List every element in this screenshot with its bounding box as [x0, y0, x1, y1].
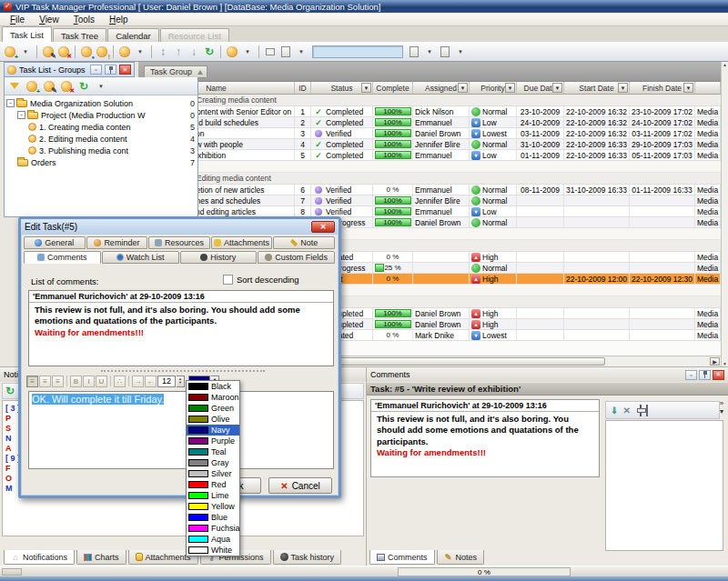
refresh-notifications-icon[interactable]: ↻: [5, 385, 15, 397]
color-option-white[interactable]: White: [187, 545, 239, 556]
groups-more-button[interactable]: ▼: [94, 78, 108, 95]
color-option-green[interactable]: Green: [187, 403, 239, 414]
color-option-navy[interactable]: Navy: [187, 425, 239, 436]
add-group-button[interactable]: [25, 78, 39, 95]
bullet-list-button[interactable]: ∴: [114, 376, 126, 387]
tree-expander-icon[interactable]: -: [17, 111, 25, 119]
bottom-tab-notifications[interactable]: ⌂Notifications: [4, 550, 75, 565]
align-left-button[interactable]: ≡: [26, 376, 38, 387]
filter-dropdown-icon[interactable]: ▼: [505, 83, 515, 93]
task-row[interactable]: Gather information3Verified100%Daniel Br…: [138, 128, 721, 139]
tree-item-media-organization-solution[interactable]: -Media Organization Solution0: [5, 97, 197, 109]
comments-panel-close-button[interactable]: ✕: [713, 370, 724, 380]
align-center-button[interactable]: ≡: [39, 376, 51, 387]
move-up-button[interactable]: ↑: [171, 44, 186, 60]
refresh-button[interactable]: ↻: [202, 44, 217, 60]
column-header-finish-date[interactable]: Finish Date▼: [630, 82, 695, 94]
refresh-groups-button[interactable]: ↻: [76, 78, 91, 95]
find-menu-button[interactable]: ▼: [422, 44, 437, 60]
reports-menu-button[interactable]: ▼: [294, 44, 308, 60]
tab-task-list[interactable]: Task List: [2, 26, 52, 42]
dialog-tab-resources[interactable]: Resources: [148, 236, 210, 249]
column-header-assigned[interactable]: Assigned▼: [413, 82, 470, 94]
outdent-button[interactable]: ←: [145, 376, 157, 387]
color-option-purple[interactable]: Purple: [187, 436, 239, 446]
dialog-tab-custom-fields[interactable]: Custom Fields: [258, 251, 335, 264]
dialog-tab-history[interactable]: History: [180, 251, 258, 264]
comment-text-input[interactable]: OK. Will complete it till Friday.: [28, 391, 334, 469]
menu-file[interactable]: File: [3, 13, 32, 25]
color-option-black[interactable]: Black: [187, 381, 239, 392]
dialog-tab-watch-list[interactable]: Watch List: [102, 251, 179, 264]
dialog-tab-general[interactable]: General: [24, 236, 86, 249]
filter-dropdown-icon[interactable]: ▼: [552, 83, 562, 93]
indent-button[interactable]: →: [132, 376, 144, 387]
groups-panel-restore-button[interactable]: ▫: [90, 65, 102, 75]
tab-calendar[interactable]: Calendar: [107, 28, 159, 42]
reports-button[interactable]: [278, 44, 293, 60]
column-header-status[interactable]: Status▼: [311, 82, 373, 94]
tree-item-orders[interactable]: Orders7: [5, 156, 197, 168]
color-option-blue[interactable]: Blue: [187, 512, 239, 523]
bottom-tab-charts[interactable]: Charts: [76, 550, 126, 565]
edit-group-button[interactable]: [42, 78, 56, 95]
groups-panel-close-button[interactable]: ✕: [119, 65, 131, 75]
filter-dropdown-icon[interactable]: ▼: [458, 83, 468, 93]
comments-panel-pin-button[interactable]: [699, 370, 711, 380]
tree-item-project-media-production-w[interactable]: -Project (Media Production W0: [5, 109, 197, 121]
color-option-yellow[interactable]: Yellow: [187, 501, 239, 512]
dialog-tab-attachments[interactable]: Attachments: [211, 236, 273, 249]
color-option-red[interactable]: Red: [187, 479, 239, 490]
comments-list-box[interactable]: 'Emmanuel Rurichovich' at 29-10-2009 13:…: [28, 290, 334, 366]
bottom-tab-comments[interactable]: Comments: [369, 550, 435, 565]
sort-descending-checkbox[interactable]: [223, 275, 233, 285]
tree-expander-icon[interactable]: -: [6, 99, 15, 107]
dialog-tab-comments[interactable]: Comments: [24, 251, 101, 264]
task-actions-button[interactable]: [117, 44, 132, 60]
task-group-header[interactable]: Task Group : 2. Editing media content: [138, 173, 721, 185]
collapse-panels-button[interactable]: [263, 44, 278, 60]
group-by-chip[interactable]: Task Group: [144, 65, 207, 78]
find-button[interactable]: [407, 44, 421, 60]
underline-button[interactable]: U: [96, 376, 107, 387]
bottom-tab-task-history[interactable]: Task history: [273, 550, 342, 565]
color-option-maroon[interactable]: Maroon: [187, 392, 239, 403]
filter-dropdown-icon[interactable]: ▼: [361, 83, 371, 93]
add-task-button[interactable]: [3, 44, 17, 60]
bold-button[interactable]: B: [70, 376, 82, 387]
layout-button[interactable]: [438, 44, 452, 60]
move-down-button[interactable]: ↓: [187, 44, 201, 60]
filter-dropdown-icon[interactable]: ▼: [618, 83, 628, 93]
add-task-menu-button[interactable]: ▼: [18, 44, 33, 60]
menu-view[interactable]: View: [32, 13, 66, 25]
expand-collapse-button[interactable]: ↕: [156, 44, 170, 60]
font-size-spinner[interactable]: ▲▼: [177, 376, 185, 387]
tab-task-tree[interactable]: Task Tree: [53, 28, 106, 42]
task-row[interactable]: Discuss media content with Senior Editor…: [138, 106, 721, 117]
comments-panel-restore-button[interactable]: ▫: [685, 370, 697, 380]
column-header-due-date[interactable]: Due Date▼: [517, 82, 564, 94]
delete-comment-button[interactable]: ✕: [622, 406, 630, 416]
column-header-priority[interactable]: Priority▼: [470, 82, 517, 94]
layout-menu-button[interactable]: ▼: [453, 44, 468, 60]
italic-button[interactable]: I: [83, 376, 95, 387]
task-row[interactable]: Write review of exhibition5✓Completed100…: [138, 150, 721, 161]
task-row[interactable]: Get deadlines and build schedules2✓Compl…: [138, 117, 721, 128]
column-header-media[interactable]: [695, 82, 721, 94]
task-row[interactable]: Check for deadlines and schedules7Verifi…: [138, 195, 721, 206]
filter-groups-button[interactable]: [7, 78, 22, 95]
task-actions-menu-button[interactable]: ▼: [133, 44, 147, 60]
resize-handle[interactable]: [101, 370, 265, 372]
dialog-close-button[interactable]: ✕: [311, 221, 335, 233]
column-header-start-date[interactable]: Start Date▼: [564, 82, 630, 94]
vscroll-up-arrow[interactable]: ▲: [723, 62, 727, 67]
font-size-value[interactable]: 12: [157, 376, 176, 387]
menu-tools[interactable]: Tools: [66, 13, 102, 25]
dialog-tab-note[interactable]: Note: [273, 236, 335, 249]
task-row[interactable]: Have an interview with people4✓Completed…: [138, 139, 721, 150]
align-right-button[interactable]: ≡: [52, 376, 64, 387]
groups-panel-pin-button[interactable]: [105, 65, 116, 75]
toolbar-overflow-chevron[interactable]: »▾: [717, 399, 726, 416]
tree-item-2-editing-media-content[interactable]: 2. Editing media content4: [5, 133, 197, 145]
color-option-lime[interactable]: Lime: [187, 490, 239, 501]
